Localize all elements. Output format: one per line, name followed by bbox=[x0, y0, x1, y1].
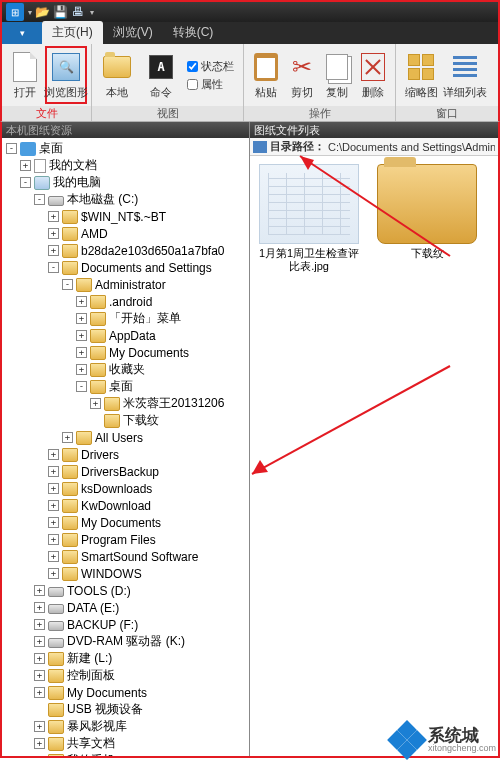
local-button[interactable]: 本地 bbox=[96, 46, 138, 104]
expand-icon[interactable]: + bbox=[34, 738, 45, 749]
detail-list-button[interactable]: 详细列表 bbox=[444, 46, 486, 104]
thumbnails-button[interactable]: 缩略图 bbox=[400, 46, 442, 104]
collapse-icon[interactable]: - bbox=[20, 177, 31, 188]
tree-node[interactable]: +.android bbox=[2, 293, 249, 310]
collapse-icon[interactable]: - bbox=[48, 262, 59, 273]
expand-icon[interactable]: + bbox=[48, 534, 59, 545]
tree-node[interactable]: +Program Files bbox=[2, 531, 249, 548]
tree-node[interactable]: +我的文档 bbox=[2, 157, 249, 174]
qat-print-icon[interactable]: 🖶 bbox=[70, 4, 86, 20]
tree-node[interactable]: 我的手机 bbox=[2, 752, 249, 756]
expand-icon[interactable]: + bbox=[34, 687, 45, 698]
open-button[interactable]: 打开 bbox=[6, 46, 43, 104]
collapse-icon[interactable]: - bbox=[76, 381, 87, 392]
tree-node[interactable]: 下载纹 bbox=[2, 412, 249, 429]
delete-button[interactable]: 删除 bbox=[355, 46, 391, 104]
expand-icon[interactable]: + bbox=[48, 245, 59, 256]
qat-save-icon[interactable]: 💾 bbox=[52, 4, 68, 20]
tree-node[interactable]: +ksDownloads bbox=[2, 480, 249, 497]
tree-node[interactable]: +b28da2e103d650a1a7bfa0 bbox=[2, 242, 249, 259]
expand-icon[interactable]: + bbox=[34, 602, 45, 613]
file-thumb-2[interactable]: 下载纹 bbox=[372, 164, 482, 260]
expand-icon[interactable]: + bbox=[48, 211, 59, 222]
tree-node[interactable]: -Administrator bbox=[2, 276, 249, 293]
command-button[interactable]: A 命令 bbox=[140, 46, 182, 104]
tree-node[interactable]: +DATA (E:) bbox=[2, 599, 249, 616]
tree-node[interactable]: +KwDownload bbox=[2, 497, 249, 514]
collapse-icon[interactable]: - bbox=[62, 279, 73, 290]
expand-icon[interactable]: + bbox=[76, 330, 87, 341]
tree-node[interactable]: +共享文档 bbox=[2, 735, 249, 752]
paste-button[interactable]: 粘贴 bbox=[248, 46, 284, 104]
tree-node[interactable]: +AMD bbox=[2, 225, 249, 242]
app-menu-button[interactable]: ▾ bbox=[2, 22, 42, 44]
expand-icon[interactable]: + bbox=[76, 364, 87, 375]
tree-node[interactable]: +BACKUP (F:) bbox=[2, 616, 249, 633]
expand-icon[interactable]: + bbox=[48, 228, 59, 239]
expand-icon[interactable]: + bbox=[34, 619, 45, 630]
copy-button[interactable]: 复制 bbox=[320, 46, 356, 104]
expand-icon[interactable]: + bbox=[76, 347, 87, 358]
tab-home[interactable]: 主页(H) bbox=[42, 21, 103, 44]
expand-icon[interactable]: + bbox=[48, 449, 59, 460]
expand-icon[interactable]: + bbox=[62, 432, 73, 443]
browse-shapes-button[interactable]: 🔍 浏览图形 bbox=[45, 46, 87, 104]
expand-icon[interactable]: + bbox=[48, 551, 59, 562]
tree-node[interactable]: +DriversBackup bbox=[2, 463, 249, 480]
tree-node[interactable]: -Documents and Settings bbox=[2, 259, 249, 276]
expand-icon[interactable]: + bbox=[90, 398, 101, 409]
tree-node[interactable]: -本地磁盘 (C:) bbox=[2, 191, 249, 208]
tab-browse[interactable]: 浏览(V) bbox=[103, 21, 163, 44]
file-tree[interactable]: -桌面+我的文档-我的电脑-本地磁盘 (C:)+$WIN_NT$.~BT+AMD… bbox=[2, 138, 249, 756]
tree-node[interactable]: -我的电脑 bbox=[2, 174, 249, 191]
tree-node[interactable]: +$WIN_NT$.~BT bbox=[2, 208, 249, 225]
expand-icon[interactable]: + bbox=[48, 568, 59, 579]
expand-icon[interactable]: + bbox=[48, 483, 59, 494]
thumbnail-area[interactable]: 1月第1周卫生检查评比表.jpg 下载纹 bbox=[250, 156, 498, 756]
tree-node[interactable]: +My Documents bbox=[2, 344, 249, 361]
tree-node[interactable]: +控制面板 bbox=[2, 667, 249, 684]
expand-icon[interactable]: + bbox=[20, 160, 31, 171]
tree-node[interactable]: +AppData bbox=[2, 327, 249, 344]
tree-node[interactable]: +My Documents bbox=[2, 684, 249, 701]
collapse-icon[interactable]: - bbox=[34, 194, 45, 205]
statusbar-checkbox[interactable] bbox=[187, 61, 198, 72]
expand-icon[interactable]: + bbox=[48, 466, 59, 477]
attrs-checkbox[interactable] bbox=[187, 79, 198, 90]
tree-node[interactable]: USB 视频设备 bbox=[2, 701, 249, 718]
expand-icon[interactable]: + bbox=[48, 517, 59, 528]
file-thumb-1[interactable]: 1月第1周卫生检查评比表.jpg bbox=[254, 164, 364, 273]
attrs-toggle[interactable]: 属性 bbox=[184, 76, 237, 93]
tree-spacer bbox=[90, 415, 101, 426]
expand-icon[interactable]: + bbox=[48, 500, 59, 511]
tree-node[interactable]: +新建 (L:) bbox=[2, 650, 249, 667]
qat-open-icon[interactable]: 📂 bbox=[34, 4, 50, 20]
tree-node[interactable]: +DVD-RAM 驱动器 (K:) bbox=[2, 633, 249, 650]
collapse-icon[interactable]: - bbox=[6, 143, 17, 154]
tree-node[interactable]: +SmartSound Software bbox=[2, 548, 249, 565]
app-menu-chevron-icon[interactable]: ▾ bbox=[28, 8, 32, 17]
tree-node[interactable]: +My Documents bbox=[2, 514, 249, 531]
expand-icon[interactable]: + bbox=[34, 653, 45, 664]
statusbar-toggle[interactable]: 状态栏 bbox=[184, 58, 237, 75]
tree-node[interactable]: +米茨蓉王20131206 bbox=[2, 395, 249, 412]
tree-node[interactable]: +暴风影视库 bbox=[2, 718, 249, 735]
expand-icon[interactable]: + bbox=[34, 670, 45, 681]
tree-node[interactable]: +「开始」菜单 bbox=[2, 310, 249, 327]
tab-convert[interactable]: 转换(C) bbox=[163, 21, 224, 44]
expand-icon[interactable]: + bbox=[34, 721, 45, 732]
tree-node[interactable]: +Drivers bbox=[2, 446, 249, 463]
qat-more-chevron-icon[interactable]: ▾ bbox=[90, 8, 94, 17]
tree-node[interactable]: +WINDOWS bbox=[2, 565, 249, 582]
tree-node[interactable]: -桌面 bbox=[2, 140, 249, 157]
expand-icon[interactable]: + bbox=[34, 585, 45, 596]
tree-node[interactable]: +TOOLS (D:) bbox=[2, 582, 249, 599]
tree-node[interactable]: +All Users bbox=[2, 429, 249, 446]
expand-icon[interactable]: + bbox=[76, 296, 87, 307]
expand-icon[interactable]: + bbox=[76, 313, 87, 324]
app-icon[interactable]: ⊞ bbox=[6, 3, 24, 21]
expand-icon[interactable]: + bbox=[34, 636, 45, 647]
cut-button[interactable]: ✂ 剪切 bbox=[284, 46, 320, 104]
tree-node[interactable]: +收藏夹 bbox=[2, 361, 249, 378]
tree-node[interactable]: -桌面 bbox=[2, 378, 249, 395]
